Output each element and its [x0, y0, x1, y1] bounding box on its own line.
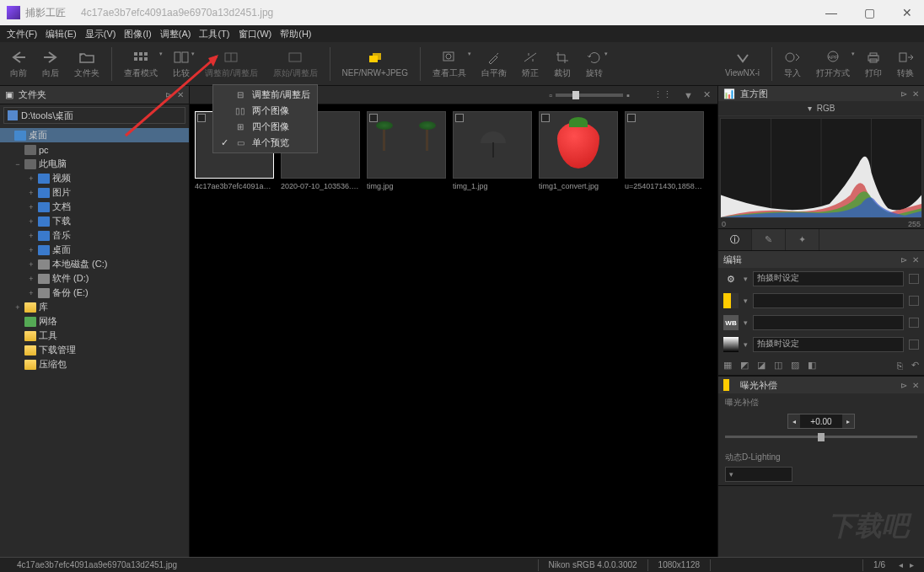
expand-icon[interactable]: +: [27, 232, 35, 240]
tree-row[interactable]: +备份 (E:): [0, 286, 189, 300]
view-tool-button[interactable]: 查看工具 ▾: [426, 47, 473, 81]
tool-icon-1[interactable]: ▦: [723, 360, 732, 371]
exposure-slider[interactable]: [725, 436, 917, 438]
sort-icon[interactable]: ⋮⋮: [653, 89, 672, 100]
menu-tools[interactable]: 工具(T): [199, 28, 229, 40]
open-mode-button[interactable]: APP 打开方式 ▾: [809, 47, 857, 81]
expand-icon[interactable]: +: [27, 275, 35, 283]
chevron-down-icon[interactable]: ▾: [744, 297, 748, 305]
wb-select[interactable]: [753, 315, 904, 330]
setting-select[interactable]: 拍摄时设定: [753, 271, 904, 286]
expand-icon[interactable]: +: [13, 303, 22, 312]
collapse-exposure-button[interactable]: ⊳: [900, 381, 907, 390]
chevron-down-icon[interactable]: ▾: [744, 318, 748, 327]
checkbox[interactable]: [909, 339, 919, 350]
menu-image[interactable]: 图像(I): [124, 28, 151, 40]
dropdown-item[interactable]: ✓▭单个预览: [213, 135, 317, 151]
maximize-button[interactable]: ▢: [859, 6, 880, 19]
stepper-down-button[interactable]: ◂: [788, 414, 800, 428]
minimize-button[interactable]: —: [820, 6, 842, 19]
tree-row[interactable]: +图片: [0, 185, 189, 200]
thumbnail[interactable]: timg_1.jpg: [453, 111, 532, 190]
before-after-button[interactable]: 调整前/调整后: [198, 47, 265, 81]
rotate-button[interactable]: 旋转 ▾: [579, 47, 610, 81]
view-mode-button[interactable]: 查看模式 ▾: [117, 47, 164, 81]
tree-row[interactable]: 压缩包: [0, 357, 189, 372]
copy-icon[interactable]: ⎘: [897, 361, 903, 371]
dropdown-item[interactable]: ⊟调整前/调整后: [213, 87, 317, 103]
expand-icon[interactable]: +: [27, 203, 35, 211]
collapse-edit-button[interactable]: ⊳: [900, 255, 907, 265]
correct-button[interactable]: 矫正: [515, 47, 545, 81]
dlighting-select[interactable]: ▾: [725, 467, 792, 482]
thumb-checkbox[interactable]: [369, 114, 378, 122]
filter-button[interactable]: ▼: [684, 90, 693, 100]
tool-icon-4[interactable]: ◫: [774, 360, 782, 371]
compare-button[interactable]: 比较 ▾: [166, 47, 196, 81]
expand-icon[interactable]: +: [27, 217, 35, 226]
tree-row[interactable]: −此电脑: [0, 157, 189, 171]
next-page-button[interactable]: ▸: [910, 560, 914, 569]
expand-icon[interactable]: +: [27, 189, 35, 197]
export-button[interactable]: 转换: [890, 47, 921, 81]
expand-icon[interactable]: +: [27, 289, 35, 297]
close-center-icon[interactable]: ✕: [703, 89, 711, 100]
tool-icon-5[interactable]: ▨: [791, 360, 799, 371]
exposure-stepper[interactable]: ◂ +0.00 ▸: [787, 414, 855, 429]
thumb-size-slider[interactable]: [556, 94, 623, 97]
tree-row[interactable]: +本地磁盘 (C:): [0, 257, 189, 271]
tree-row[interactable]: 工具: [0, 329, 189, 343]
crop-button[interactable]: 裁切: [547, 47, 578, 81]
thumbnail[interactable]: timg1_convert.jpg: [539, 111, 618, 190]
expand-icon[interactable]: −: [13, 160, 22, 168]
folder-button[interactable]: 文件夹: [67, 47, 106, 81]
expand-icon[interactable]: +: [27, 174, 35, 183]
menu-edit[interactable]: 编辑(E): [46, 28, 77, 40]
expand-icon[interactable]: +: [27, 246, 35, 254]
tree-row[interactable]: +下载: [0, 214, 189, 228]
thumb-checkbox[interactable]: [541, 114, 550, 122]
tree-row[interactable]: +音乐: [0, 228, 189, 243]
viewnx-button[interactable]: ViewNX-i: [718, 48, 766, 79]
path-bar[interactable]: D:\tools\桌面: [3, 107, 185, 124]
tool-icon-2[interactable]: ◩: [740, 360, 749, 371]
tab-effects[interactable]: ✦: [786, 229, 819, 250]
stepper-up-button[interactable]: ▸: [842, 414, 854, 428]
dropdown-item[interactable]: ⊞四个图像: [213, 119, 317, 135]
checkbox[interactable]: [909, 296, 919, 306]
thumb-checkbox[interactable]: [627, 114, 636, 122]
menu-window[interactable]: 窗口(W): [239, 28, 272, 40]
tool-icon-3[interactable]: ◪: [757, 360, 766, 371]
tree-row[interactable]: +文档: [0, 200, 189, 214]
import-button[interactable]: 导入: [777, 47, 808, 81]
thumb-checkbox[interactable]: [455, 114, 464, 122]
original-button[interactable]: 原始/调整后: [266, 47, 325, 81]
thumbnail[interactable]: timg.jpg: [367, 111, 446, 190]
collapse-sidebar-button[interactable]: ⊳: [165, 90, 172, 99]
menu-adjust[interactable]: 调整(A): [160, 28, 191, 40]
print-button[interactable]: 打印: [858, 47, 889, 81]
tool-icon-6[interactable]: ◧: [808, 360, 816, 371]
close-edit-button[interactable]: ✕: [912, 255, 919, 265]
tree-row[interactable]: +软件 (D:): [0, 271, 189, 286]
tree-row[interactable]: pc: [0, 142, 189, 157]
checkbox[interactable]: [909, 318, 919, 328]
tree-row[interactable]: +桌面: [0, 243, 189, 257]
chevron-down-icon[interactable]: ▾: [744, 340, 748, 349]
close-histo-button[interactable]: ✕: [912, 89, 919, 99]
chevron-down-icon[interactable]: ▾: [744, 275, 748, 283]
tree-row[interactable]: +视频: [0, 171, 189, 185]
tree-row[interactable]: 网络: [0, 314, 189, 329]
back-button[interactable]: 向前: [3, 47, 34, 81]
rgb-selector[interactable]: ▾ RGB: [718, 101, 924, 116]
tree-row[interactable]: 下载管理: [0, 343, 189, 357]
menu-file[interactable]: 文件(F): [7, 28, 37, 40]
tab-info[interactable]: ⓘ: [718, 229, 752, 250]
forward-button[interactable]: 向后: [35, 47, 66, 81]
zoom-out-icon[interactable]: ▫: [549, 90, 552, 100]
close-sidebar-button[interactable]: ✕: [177, 90, 184, 99]
thumbnail[interactable]: u=2540171430,18589162...: [625, 111, 704, 190]
tree-row[interactable]: +库: [0, 300, 189, 314]
nef-button[interactable]: NEF/NRW+JPEG: [336, 48, 415, 79]
collapse-histo-button[interactable]: ⊳: [900, 89, 907, 99]
